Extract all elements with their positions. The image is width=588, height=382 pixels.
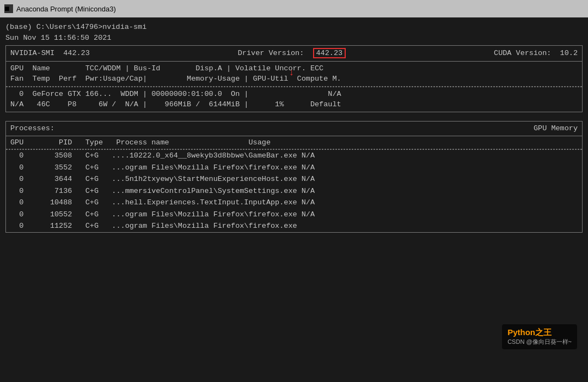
watermark: Python之王 CSDN @像向日葵一样~ bbox=[502, 324, 577, 349]
process-rows-container: 0 3508 C+G ....10222.0_x64__8wekyb3d8bbw… bbox=[6, 149, 582, 232]
nvidia-smi-app: NVIDIA-SMI 442.23 bbox=[10, 48, 90, 59]
driver-version-section: Driver Version: 442.23 bbox=[238, 48, 346, 59]
red-arrow-indicator: ↓ bbox=[289, 65, 295, 80]
nvidia-header-row: NVIDIA-SMI 442.23 Driver Version: 442.23… bbox=[6, 46, 582, 62]
cuda-version-section: CUDA Version: 10.2 bbox=[494, 48, 578, 59]
process-col-headers: GPU PID Type Process name Usage bbox=[6, 136, 582, 150]
process-row: 0 11252 C+G ...ogram Files\Mozilla Firef… bbox=[6, 220, 582, 232]
window-title: Anaconda Prompt (Miniconda3) bbox=[16, 5, 116, 13]
processes-header: Processes: GPU Memory bbox=[6, 122, 582, 136]
process-row: 0 3644 C+G ...5n1h2txyewy\StartMenuExper… bbox=[6, 173, 582, 185]
process-row: 0 7136 C+G ...mmersiveControlPanel\Syste… bbox=[6, 185, 582, 197]
process-row: 0 10552 C+G ...ogram Files\Mozilla Firef… bbox=[6, 209, 582, 221]
watermark-subtitle: CSDN @像向日葵一样~ bbox=[507, 338, 572, 346]
processes-section: Processes: GPU Memory GPU PID Type Proce… bbox=[5, 121, 583, 233]
command-line: (base) C:\Users\14796>nvidia-smi Sun Nov… bbox=[5, 22, 583, 43]
driver-version-highlighted: 442.23 bbox=[313, 48, 346, 58]
process-row: 0 3552 C+G ...ogram Files\Mozilla Firefo… bbox=[6, 162, 582, 174]
gpu-memory-label: GPU Memory bbox=[534, 123, 578, 134]
window-icon: ■ bbox=[4, 4, 13, 13]
terminal-wrapper: (base) C:\Users\14796>nvidia-smi Sun Nov… bbox=[0, 17, 588, 382]
processes-label: Processes: bbox=[10, 123, 54, 134]
terminal[interactable]: (base) C:\Users\14796>nvidia-smi Sun Nov… bbox=[0, 17, 588, 382]
process-row: 0 10488 C+G ...hell.Experiences.TextInpu… bbox=[6, 197, 582, 209]
gpu-data-rows: 0 GeForce GTX 166... WDDM | 00000000:01:… bbox=[6, 87, 582, 112]
watermark-title: Python之王 bbox=[507, 328, 572, 338]
title-bar: ■ Anaconda Prompt (Miniconda3) bbox=[0, 0, 588, 17]
process-row: 0 3508 C+G ....10222.0_x64__8wekyb3d8bbw… bbox=[6, 150, 582, 162]
